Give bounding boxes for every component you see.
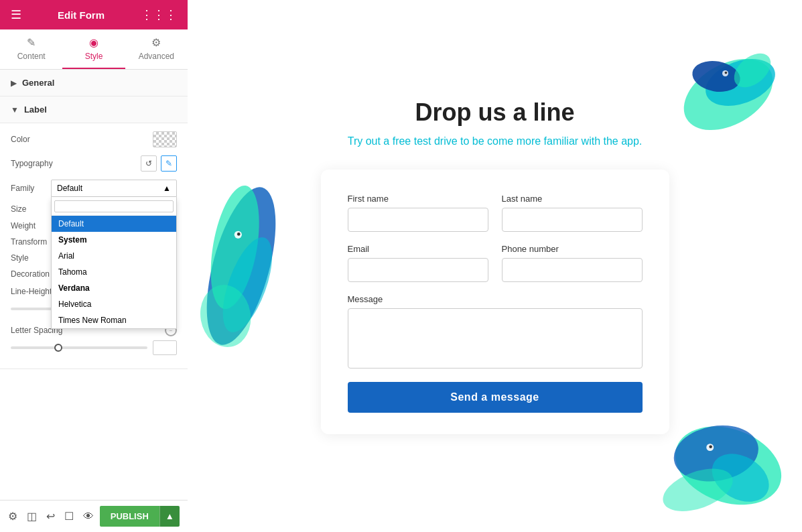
last-name-group: Last name [502, 194, 643, 232]
advanced-tab-icon: ⚙ [151, 36, 161, 49]
family-selected-value: Default [57, 184, 82, 193]
label-section-content: Color Typography ↺ ✎ Family Default [0, 123, 188, 369]
font-items-list: Default System Arial Tahoma Verdana Helv… [52, 216, 176, 328]
publish-button[interactable]: PUBLISH [100, 506, 159, 527]
panel-tabs: ✎ Content ◉ Style ⚙ Advanced [0, 29, 188, 70]
publish-dropdown-button[interactable]: ▲ [159, 506, 180, 527]
email-group: Email [348, 244, 488, 282]
font-search-wrap [52, 197, 176, 216]
tab-style[interactable]: ◉ Style [62, 29, 125, 69]
phone-group: Phone number [502, 244, 643, 282]
general-arrow-icon: ▶ [11, 78, 17, 88]
form-card: First name Last name Email Phone number … [321, 170, 669, 434]
size-label: Size [11, 204, 51, 214]
svg-point-11 [237, 232, 241, 236]
font-item-verdana[interactable]: Verdana [52, 280, 176, 296]
color-row: Color [11, 131, 177, 147]
message-group: Message [348, 294, 643, 369]
typography-edit-btn[interactable]: ✎ [161, 155, 177, 172]
color-picker[interactable] [153, 131, 177, 147]
left-panel: ☰ Edit Form ⋮⋮⋮ ✎ Content ◉ Style ⚙ Adva… [0, 0, 188, 532]
email-label: Email [348, 244, 488, 254]
display-icon[interactable]: ☐ [64, 510, 74, 523]
color-controls [153, 131, 177, 147]
typography-controls: ↺ ✎ [141, 155, 177, 172]
first-name-input[interactable] [348, 208, 488, 232]
font-dropdown: Default System Arial Tahoma Verdana Helv… [51, 197, 177, 329]
family-row: Family Default ▲ Default System Arial [11, 180, 177, 197]
font-item-tahoma[interactable]: Tahoma [52, 264, 176, 280]
submit-button[interactable]: Send a message [348, 382, 643, 413]
letter-spacing-input[interactable] [153, 340, 177, 355]
name-row: First name Last name [348, 194, 643, 232]
general-section-title: General [22, 78, 54, 88]
general-section-header[interactable]: ▶ General [0, 70, 188, 96]
label-section-title: Label [24, 105, 47, 115]
fish-bottom-right-decoration [661, 405, 795, 525]
first-name-label: First name [348, 194, 488, 204]
font-item-helvetica[interactable]: Helvetica [52, 296, 176, 312]
color-label: Color [11, 135, 30, 144]
last-name-label: Last name [502, 194, 643, 204]
style-tab-icon: ◉ [89, 36, 98, 49]
first-name-group: First name [348, 194, 488, 232]
bottom-bar: ⚙ ◫ ↩ ☐ 👁 PUBLISH ▲ [0, 500, 188, 532]
fish-top-right-decoration [668, 40, 789, 147]
last-name-input[interactable] [502, 208, 643, 232]
font-item-times[interactable]: Times New Roman [52, 312, 176, 328]
svg-point-5 [725, 72, 728, 74]
content-tab-icon: ✎ [27, 36, 36, 49]
family-label: Family [11, 184, 51, 193]
typography-reset-btn[interactable]: ↺ [141, 155, 157, 172]
style-tab-label: Style [85, 52, 103, 61]
message-textarea[interactable] [348, 308, 643, 369]
right-content: Drop us a line Try out a free test drive… [188, 0, 802, 532]
advanced-tab-label: Advanced [139, 52, 174, 61]
preview-icon[interactable]: 👁 [83, 511, 94, 523]
hamburger-icon[interactable]: ☰ [11, 7, 21, 22]
label-section-header[interactable]: ▼ Label [0, 96, 188, 123]
publish-group: PUBLISH ▲ [100, 506, 180, 527]
typography-label: Typography [11, 159, 53, 168]
tab-advanced[interactable]: ⚙ Advanced [125, 29, 188, 69]
phone-label: Phone number [502, 244, 643, 254]
fish-left-decoration [194, 172, 288, 360]
font-item-system[interactable]: System [52, 232, 176, 248]
font-item-default[interactable]: Default [52, 216, 176, 232]
label-arrow-icon: ▼ [11, 105, 19, 115]
panel-title: Edit Form [58, 9, 105, 21]
font-item-arial[interactable]: Arial [52, 248, 176, 264]
tab-content[interactable]: ✎ Content [0, 29, 62, 69]
family-dropdown-wrapper: Default ▲ Default System Arial Tahoma Ve… [51, 180, 177, 197]
grid-icon[interactable]: ⋮⋮⋮ [141, 7, 177, 22]
layers-icon[interactable]: ◫ [27, 510, 37, 523]
typography-row: Typography ↺ ✎ [11, 155, 177, 172]
panel-header: ☰ Edit Form ⋮⋮⋮ [0, 0, 188, 29]
message-label: Message [348, 294, 643, 304]
page-title: Drop us a line [415, 98, 574, 127]
content-tab-label: Content [17, 52, 46, 61]
family-select[interactable]: Default ▲ [51, 180, 177, 197]
bottom-icons: ⚙ ◫ ↩ ☐ 👁 [8, 510, 94, 523]
contact-row: Email Phone number [348, 244, 643, 282]
svg-point-17 [709, 445, 712, 448]
settings-icon[interactable]: ⚙ [8, 510, 17, 523]
page-subtitle: Try out a free test drive to be come mor… [348, 133, 643, 149]
font-search-input[interactable] [54, 200, 174, 212]
letter-spacing-slider[interactable] [11, 346, 147, 349]
undo-icon[interactable]: ↩ [46, 510, 55, 523]
panel-body: ▶ General ▼ Label Color Typography ↺ ✎ [0, 70, 188, 500]
phone-input[interactable] [502, 258, 643, 282]
family-dropdown-arrow: ▲ [163, 184, 171, 193]
email-input[interactable] [348, 258, 488, 282]
